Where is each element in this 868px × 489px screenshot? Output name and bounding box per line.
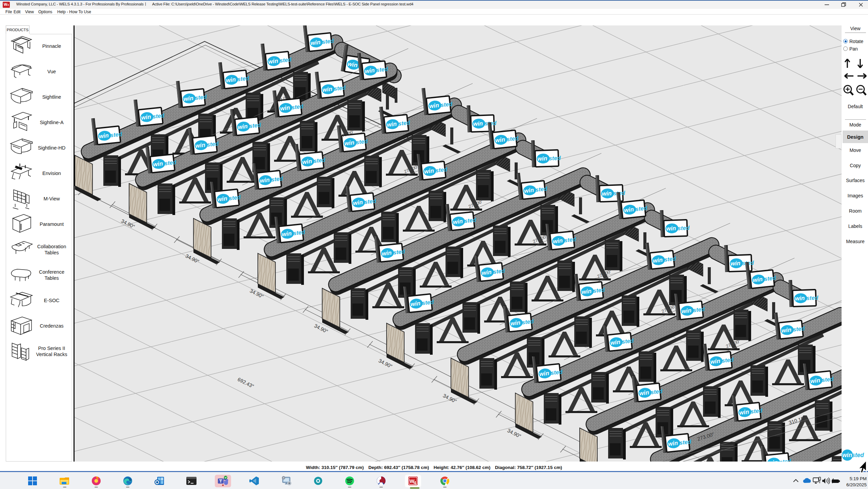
svg-text:sted: sted <box>334 84 346 92</box>
svg-text:win: win <box>553 237 563 245</box>
svg-text:win: win <box>610 338 621 346</box>
svg-text:win: win <box>602 190 612 197</box>
svg-text:win: win <box>322 85 333 93</box>
svg-text:win: win <box>424 167 434 175</box>
svg-text:win: win <box>381 249 392 257</box>
svg-text:win: win <box>624 206 634 214</box>
svg-text:sted: sted <box>110 131 123 139</box>
svg-text:sted: sted <box>635 205 648 213</box>
svg-text:sted: sted <box>398 119 411 127</box>
svg-text:sted: sted <box>650 388 663 396</box>
svg-text:win: win <box>539 370 550 377</box>
svg-text:sted: sted <box>164 159 177 167</box>
svg-text:win: win <box>510 319 521 327</box>
svg-text:sted: sted <box>376 66 389 74</box>
svg-text:win: win <box>344 139 355 147</box>
svg-text:sted: sted <box>551 369 563 376</box>
svg-text:sted: sted <box>664 255 677 263</box>
svg-text:win: win <box>268 57 278 65</box>
svg-text:win: win <box>473 120 483 127</box>
svg-text:win: win <box>226 76 236 84</box>
svg-text:sted: sted <box>678 225 690 232</box>
svg-text:sted: sted <box>852 452 864 458</box>
svg-text:win: win <box>668 439 678 447</box>
svg-text:sted: sted <box>750 407 763 415</box>
svg-text:sted: sted <box>522 318 534 326</box>
svg-text:win: win <box>453 218 463 226</box>
svg-text:win: win <box>730 260 741 267</box>
svg-text:win: win <box>260 176 270 184</box>
svg-text:win: win <box>710 357 721 365</box>
svg-text:win: win <box>387 120 397 128</box>
svg-text:sted: sted <box>679 438 692 446</box>
svg-text:win: win <box>153 160 163 168</box>
svg-text:sted: sted <box>549 155 561 162</box>
svg-text:sted: sted <box>435 166 448 174</box>
svg-text:sted: sted <box>195 94 207 101</box>
svg-text:4: 4 <box>414 480 416 485</box>
svg-text:win: win <box>310 39 321 46</box>
svg-text:win: win <box>681 307 692 315</box>
svg-text:sted: sted <box>593 287 605 294</box>
svg-text:sted: sted <box>535 185 548 193</box>
svg-text:sted: sted <box>722 356 734 364</box>
svg-text:win: win <box>739 408 749 416</box>
svg-text:sted: sted <box>493 268 505 275</box>
svg-text:sted: sted <box>793 325 805 333</box>
svg-text:win: win <box>429 102 439 110</box>
svg-text:sted: sted <box>693 306 705 314</box>
svg-text:win: win <box>280 104 290 112</box>
svg-text:win: win <box>217 195 228 203</box>
svg-text:win: win <box>653 256 663 264</box>
svg-text:sted: sted <box>464 217 477 224</box>
svg-text:sted: sted <box>806 295 819 301</box>
svg-text:win: win <box>353 199 363 207</box>
svg-text:win: win <box>639 389 649 397</box>
svg-text:sted: sted <box>280 56 292 64</box>
svg-text:sted: sted <box>393 248 406 256</box>
svg-text:sted: sted <box>271 175 284 183</box>
svg-text:sted: sted <box>822 376 834 384</box>
svg-text:win: win <box>781 326 792 334</box>
svg-text:win: win <box>195 141 206 149</box>
svg-text:sted: sted <box>622 337 634 345</box>
svg-text:win: win <box>752 276 763 283</box>
svg-text:sted: sted <box>249 122 262 130</box>
svg-text:win: win <box>795 295 805 302</box>
svg-text:sted: sted <box>229 194 241 202</box>
svg-text:win: win <box>537 155 547 162</box>
svg-text:win: win <box>237 123 248 131</box>
svg-text:win: win <box>302 158 312 165</box>
svg-text:win: win <box>365 67 375 75</box>
svg-text:sted: sted <box>152 112 165 120</box>
svg-text:sted: sted <box>440 101 453 109</box>
svg-text:win: win <box>282 230 292 238</box>
svg-text:win: win <box>183 95 194 102</box>
svg-text:sted: sted <box>507 135 519 143</box>
svg-text:sted: sted <box>291 103 304 111</box>
svg-text:win: win <box>666 225 676 232</box>
svg-text:win: win <box>524 187 534 194</box>
svg-text:win: win <box>842 452 852 458</box>
svg-text:win: win <box>481 269 492 276</box>
svg-text:win: win <box>99 132 109 140</box>
svg-text:sted: sted <box>293 229 306 237</box>
svg-text:sted: sted <box>356 138 368 146</box>
svg-text:sted: sted <box>237 75 250 83</box>
svg-text:sted: sted <box>313 157 326 164</box>
svg-text:win: win <box>410 300 421 308</box>
svg-text:sted: sted <box>207 140 219 148</box>
svg-text:sted: sted <box>364 198 377 206</box>
svg-text:sted: sted <box>322 38 334 45</box>
svg-text:win: win <box>581 288 592 295</box>
svg-text:win: win <box>810 377 821 385</box>
svg-text:sted: sted <box>564 236 577 244</box>
svg-text:sted: sted <box>764 275 777 282</box>
svg-text:win: win <box>141 113 151 121</box>
svg-text:sted: sted <box>422 299 434 307</box>
svg-text:win: win <box>495 136 505 144</box>
